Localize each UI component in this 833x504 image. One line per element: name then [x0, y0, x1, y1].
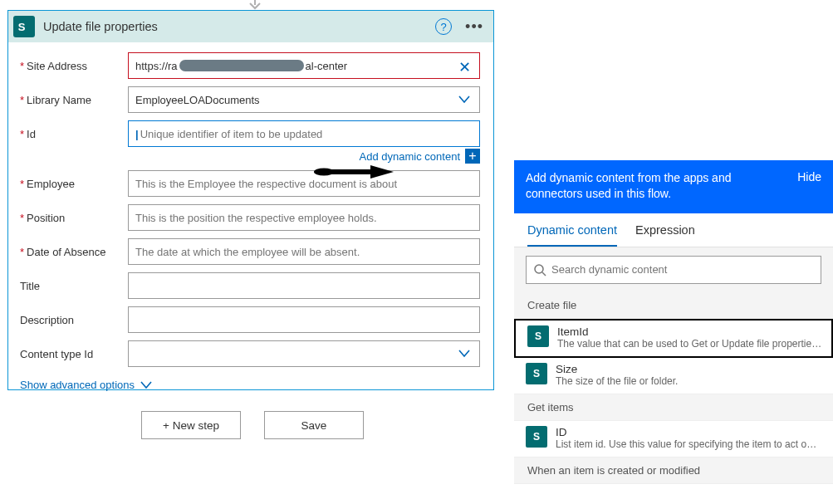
- action-card: S Update file properties ? ••• *Site Add…: [7, 10, 494, 390]
- position-label: Position: [27, 212, 65, 224]
- site-address-label: Site Address: [27, 60, 87, 72]
- dc-item-id[interactable]: S ID List item id. Use this value for sp…: [514, 421, 833, 458]
- position-input[interactable]: This is the position the respective empl…: [128, 204, 480, 231]
- tab-expression[interactable]: Expression: [635, 223, 695, 247]
- hide-link[interactable]: Hide: [797, 170, 821, 183]
- more-icon[interactable]: •••: [462, 22, 487, 31]
- dc-item-title: ID: [556, 426, 821, 438]
- dc-item-subtitle: The size of the file or folder.: [556, 375, 678, 387]
- tab-dynamic-content[interactable]: Dynamic content: [527, 223, 617, 247]
- employee-placeholder: This is the Employee the respective docu…: [135, 178, 397, 190]
- search-icon: [533, 263, 546, 276]
- id-placeholder: Unique identifier of item to be updated: [140, 128, 323, 140]
- dc-item-subtitle: List item id. Use this value for specify…: [556, 438, 821, 450]
- sharepoint-icon: S: [526, 426, 547, 448]
- date-absence-label: Date of Absence: [27, 246, 105, 258]
- chevron-down-icon: [140, 380, 153, 390]
- add-dynamic-content-icon[interactable]: +: [465, 149, 480, 164]
- help-icon[interactable]: ?: [435, 18, 452, 35]
- site-address-value-prefix: https://ra: [135, 60, 178, 72]
- group-when-item: When an item is created or modified: [514, 458, 833, 484]
- dc-item-itemid[interactable]: S ItemId The value that can be used to G…: [514, 319, 833, 358]
- new-step-button[interactable]: + New step: [141, 411, 241, 439]
- search-input[interactable]: Search dynamic content: [526, 256, 821, 284]
- date-absence-input[interactable]: The date at which the employee will be a…: [128, 238, 480, 265]
- redacted-icon: [179, 60, 304, 71]
- description-label: Description: [20, 314, 74, 326]
- position-placeholder: This is the position the respective empl…: [135, 212, 377, 224]
- dc-item-subtitle: The value that can be used to Get or Upd…: [557, 338, 823, 350]
- content-type-id-label: Content type Id: [20, 348, 93, 360]
- add-dynamic-content-link[interactable]: Add dynamic content: [360, 150, 460, 163]
- clear-icon[interactable]: ✕: [458, 58, 471, 76]
- group-get-items: Get items: [514, 394, 833, 421]
- site-address-value-suffix: al-center: [306, 60, 348, 72]
- sharepoint-icon: S: [526, 363, 547, 384]
- panel-header-text: Add dynamic content from the apps and co…: [526, 170, 775, 202]
- employee-input[interactable]: This is the Employee the respective docu…: [128, 170, 480, 197]
- id-label: Id: [27, 128, 36, 140]
- library-name-value: EmployeeLOADocuments: [135, 94, 260, 106]
- employee-label: Employee: [27, 178, 75, 190]
- group-create-file: Create file: [514, 292, 833, 319]
- dynamic-content-panel: Add dynamic content from the apps and co…: [514, 160, 833, 484]
- search-placeholder: Search dynamic content: [551, 263, 667, 276]
- sharepoint-icon: S: [13, 16, 35, 37]
- svg-line-3: [542, 272, 546, 276]
- save-button[interactable]: Save: [264, 411, 364, 439]
- chevron-down-icon: [458, 95, 471, 105]
- site-address-input[interactable]: https://raal-center ✕: [128, 52, 480, 79]
- content-type-id-select[interactable]: [128, 340, 480, 367]
- cursor-icon: |: [135, 128, 139, 140]
- title-input[interactable]: [128, 272, 480, 299]
- dc-item-title: Size: [556, 363, 678, 375]
- description-input[interactable]: [128, 306, 480, 333]
- library-name-label: Library Name: [27, 94, 91, 106]
- date-absence-placeholder: The date at which the employee will be a…: [135, 246, 360, 258]
- library-name-select[interactable]: EmployeeLOADocuments: [128, 86, 480, 113]
- sharepoint-icon: S: [527, 325, 549, 347]
- chevron-down-icon: [458, 349, 471, 359]
- show-advanced-options-link[interactable]: Show advanced options: [20, 379, 480, 391]
- show-advanced-label: Show advanced options: [20, 379, 135, 391]
- flow-connector-arrow: [248, 0, 262, 10]
- dc-item-title: ItemId: [557, 325, 823, 338]
- id-input[interactable]: |Unique identifier of item to be updated: [128, 120, 480, 147]
- action-title: Update file properties: [43, 20, 435, 33]
- dc-item-size[interactable]: S Size The size of the file or folder.: [514, 358, 833, 394]
- panel-header: Add dynamic content from the apps and co…: [514, 160, 833, 213]
- title-label: Title: [20, 280, 40, 292]
- action-header: S Update file properties ? •••: [8, 11, 493, 42]
- svg-point-2: [535, 265, 543, 273]
